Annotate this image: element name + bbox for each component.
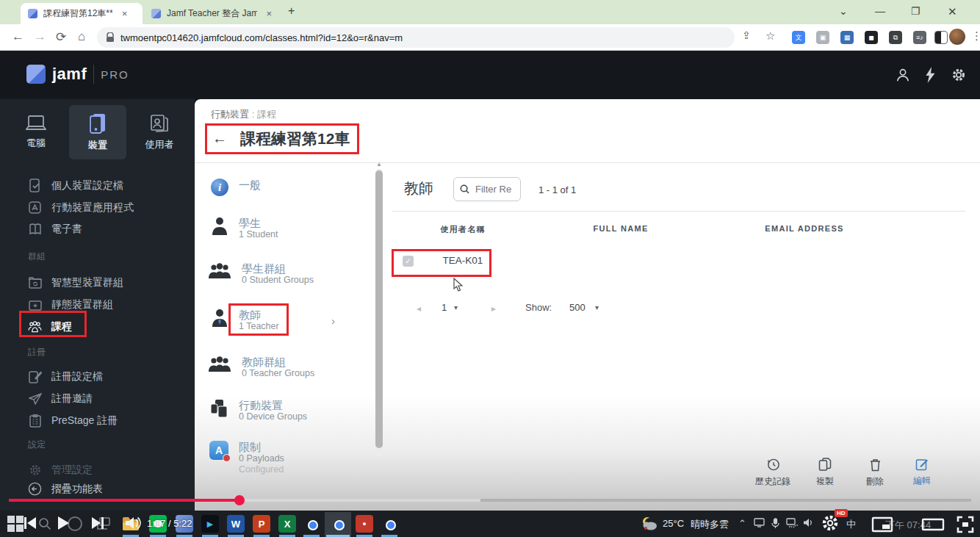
jamf-logo[interactable]: jamf PRO xyxy=(26,65,129,84)
edit-button[interactable]: 編輯 xyxy=(901,458,943,487)
page-next-icon[interactable]: ▸ xyxy=(491,303,496,314)
theater-mode-icon[interactable] xyxy=(921,518,945,531)
profile-avatar[interactable] xyxy=(949,29,965,45)
translate-extension-icon[interactable]: 文 xyxy=(792,31,805,44)
page-dropdown-caret-icon[interactable]: ▾ xyxy=(454,303,458,311)
close-window-button[interactable]: ✕ xyxy=(948,5,957,18)
browser-tab-2[interactable]: Jamf Teacher 整合 Jamf Pro - Ja × xyxy=(144,3,279,24)
weather-temp[interactable]: 25°C xyxy=(663,518,684,529)
media-list-extension-icon[interactable]: ≡♪ xyxy=(913,31,926,44)
chevron-down-icon[interactable]: ⌄ xyxy=(839,5,848,17)
sidebar-item-management-settings[interactable]: 管理設定 xyxy=(28,463,93,477)
fullscreen-icon[interactable] xyxy=(956,516,974,533)
teacher-group-icon xyxy=(208,356,231,373)
sidebar-tab-users[interactable]: 使用者 xyxy=(131,105,188,159)
word-icon[interactable]: W xyxy=(227,515,245,533)
sidebar-item-enrollment-invitations[interactable]: 註冊邀請 xyxy=(28,392,93,406)
tray-cast-icon[interactable] xyxy=(754,518,765,527)
clone-button[interactable]: 複製 xyxy=(804,458,846,488)
tray-expand-icon[interactable]: ⌃ xyxy=(738,518,746,529)
restore-button[interactable]: ❐ xyxy=(911,5,920,17)
sidebar-tab-computers[interactable]: 電腦 xyxy=(7,105,65,159)
weather-icon[interactable] xyxy=(641,516,658,532)
recording-app-icon[interactable]: ● xyxy=(356,515,373,533)
column-header-fullname[interactable]: FULL NAME xyxy=(569,224,672,233)
sidebar-collapse-menu[interactable]: 摺疊功能表 xyxy=(28,482,103,496)
address-bar[interactable]: twmoentpc014620.jamfcloud.com/classes.ht… xyxy=(97,27,735,48)
sidebar-tab-label: 使用者 xyxy=(145,138,174,151)
bookmark-star-icon[interactable]: ☆ xyxy=(765,29,775,43)
video-progress-bar[interactable] xyxy=(9,499,971,502)
section-item-teacher-groups[interactable]: 教師群組 0 Teacher Groups xyxy=(208,356,314,379)
breadcrumb-parent[interactable]: 行動裝置 xyxy=(211,109,249,120)
page-prev-icon[interactable]: ◂ xyxy=(417,303,421,314)
excel-icon[interactable]: X xyxy=(278,515,296,533)
sidebar-tab-devices[interactable]: 裝置 xyxy=(69,105,126,159)
sidebar-item-enrollment-profiles[interactable]: 註冊設定檔 xyxy=(28,370,103,383)
sidebar-item-prestage[interactable]: PreStage 註冊 xyxy=(28,414,118,428)
action-label: 複製 xyxy=(816,475,834,488)
info-icon: i xyxy=(211,179,228,196)
sections-scrollbar-thumb[interactable] xyxy=(375,170,383,448)
page-size-caret-icon[interactable]: ▾ xyxy=(595,303,599,311)
screen-recorder-app-icon[interactable]: ▶ xyxy=(201,515,219,533)
screen-capture-extension-icon[interactable]: ▦ xyxy=(840,31,854,44)
section-item-student-groups[interactable]: 學生群組 0 Student Groups xyxy=(208,262,314,286)
settings-gear-icon[interactable] xyxy=(951,67,967,83)
miniplayer-pip-icon[interactable] xyxy=(871,516,893,533)
minimize-button[interactable]: — xyxy=(875,5,885,17)
sidebar-item-static-groups[interactable]: 靜態裝置群組 xyxy=(28,298,113,311)
page-size-value[interactable]: 500 xyxy=(569,302,586,313)
sidebar-item-label: 行動裝置應用程式 xyxy=(51,201,134,215)
next-track-icon[interactable] xyxy=(91,516,104,530)
reload-icon[interactable]: ⟳ xyxy=(56,29,66,45)
taskbar-search-icon[interactable] xyxy=(38,517,51,530)
tab-close-icon[interactable]: × xyxy=(266,8,272,19)
contrast-extension-icon[interactable] xyxy=(934,31,948,44)
sidebar-item-smart-groups[interactable]: 智慧型裝置群組 xyxy=(28,275,123,289)
page-number[interactable]: 1 xyxy=(442,302,447,313)
account-icon[interactable] xyxy=(895,67,911,83)
section-item-mobile-devices[interactable]: 行動裝置 0 Device Groups xyxy=(209,399,307,422)
extensions-puzzle-icon[interactable]: ⧉ xyxy=(889,31,902,44)
tab-close-icon[interactable]: × xyxy=(122,8,128,19)
play-icon[interactable] xyxy=(57,516,70,530)
home-icon[interactable]: ⌂ xyxy=(78,29,85,44)
delete-button[interactable]: 刪除 xyxy=(854,458,896,488)
section-item-general[interactable]: i 一般 xyxy=(211,179,261,196)
sidebar-item-ebooks[interactable]: 電子書 xyxy=(28,222,82,236)
previous-track-icon[interactable] xyxy=(24,516,37,530)
tray-volume-icon[interactable] xyxy=(803,518,814,527)
filter-input[interactable] xyxy=(474,183,514,195)
forward-icon[interactable]: → xyxy=(34,29,46,44)
sidebar-item-mobile-apps[interactable]: 行動裝置應用程式 xyxy=(28,201,134,215)
tray-network-icon[interactable] xyxy=(786,518,799,528)
section-title: 限制 xyxy=(239,441,284,453)
share-icon[interactable]: ⇪ xyxy=(742,29,751,41)
ime-indicator[interactable]: 中 xyxy=(846,518,856,531)
column-header-username[interactable]: 使用者名稱 xyxy=(411,224,514,235)
header-divider xyxy=(195,162,980,163)
sidebar-item-device-profiles[interactable]: 個人裝置設定檔 xyxy=(28,179,123,192)
column-header-email[interactable]: EMAIL ADDRESS xyxy=(749,224,860,233)
section-item-restrictions[interactable]: A 限制 0 Payloads Configured xyxy=(209,441,284,475)
history-button[interactable]: 歷史記錄 xyxy=(747,458,799,488)
new-tab-button[interactable]: + xyxy=(288,4,295,18)
device-group-icon xyxy=(209,399,228,418)
frame-extension-icon[interactable]: ◼ xyxy=(865,31,878,44)
taskbar-cortana-icon[interactable] xyxy=(68,516,82,531)
tray-mic-icon[interactable] xyxy=(771,518,779,529)
lightning-icon[interactable] xyxy=(924,67,937,83)
windows-start-button[interactable] xyxy=(7,516,24,532)
jamf-logo-pro: PRO xyxy=(101,68,129,81)
sidebar-item-label: 智慧型裝置群組 xyxy=(51,276,123,289)
tab-manager-extension-icon[interactable]: ▣ xyxy=(816,31,829,44)
weather-desc[interactable]: 晴時多雲 xyxy=(691,518,729,531)
browser-menu-icon[interactable]: ⋮ xyxy=(971,29,980,43)
volume-icon[interactable] xyxy=(125,516,141,530)
scroll-up-icon[interactable]: ▲ xyxy=(376,161,382,167)
powerpoint-icon[interactable]: P xyxy=(253,515,270,533)
section-item-students[interactable]: 學生 1 Student xyxy=(211,217,278,240)
back-icon[interactable]: ← xyxy=(12,29,24,44)
browser-tab-1[interactable]: 課程練習第12車** × xyxy=(21,3,143,24)
